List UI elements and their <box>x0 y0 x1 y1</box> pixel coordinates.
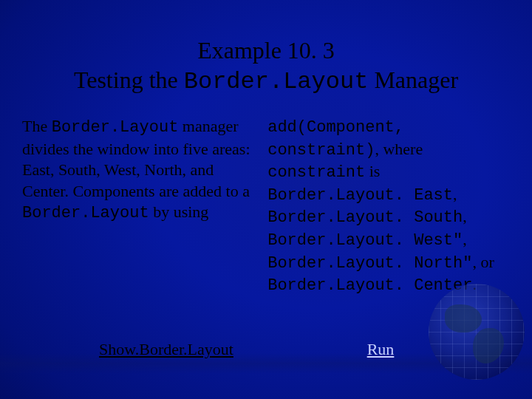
right-text: , <box>463 230 467 248</box>
left-mono: Border.Layout <box>22 204 149 222</box>
right-text: , <box>463 207 467 225</box>
title-post: Manager <box>368 66 458 93</box>
right-mono: Border.Layout. North" <box>267 254 472 273</box>
right-text: , <box>453 185 457 203</box>
slide-title: Example 10. 3 Testing the Border.Layout … <box>0 0 532 110</box>
right-text: . <box>472 275 477 293</box>
right-column: add(Component, constraint), where constr… <box>267 116 510 297</box>
title-line1: Example 10. 3 <box>197 37 335 64</box>
globe-land <box>445 304 482 332</box>
left-text: by using <box>149 202 209 221</box>
right-text: is <box>365 162 380 180</box>
title-mono: Border.Layout <box>184 68 369 95</box>
globe-graphic <box>429 284 525 380</box>
show-label: Show.Border.Layout <box>99 340 233 358</box>
right-mono: Border.Layout. Center <box>267 276 472 295</box>
right-mono: Border.Layout. East <box>267 186 453 205</box>
title-pre: Testing the <box>74 66 184 93</box>
right-mono: Border.Layout. West" <box>267 231 463 250</box>
left-text: The <box>22 117 52 135</box>
right-text: , where <box>375 140 423 158</box>
left-column: The Border.Layout manager divides the wi… <box>22 116 253 297</box>
slide: Example 10. 3 Testing the Border.Layout … <box>0 0 532 399</box>
show-border-layout-link[interactable]: Show.Border.Layout <box>59 340 273 359</box>
run-link[interactable]: Run <box>273 340 488 359</box>
right-mono: Border.Layout. South <box>267 208 463 227</box>
title-line2: Testing the Border.Layout Manager <box>30 65 502 97</box>
right-text: , or <box>472 253 494 271</box>
body-columns: The Border.Layout manager divides the wi… <box>0 110 532 297</box>
run-label: Run <box>367 340 395 358</box>
button-row: Show.Border.Layout Run <box>0 340 532 359</box>
left-mono: Border.Layout <box>52 118 179 137</box>
right-mono: constraint <box>267 163 365 182</box>
